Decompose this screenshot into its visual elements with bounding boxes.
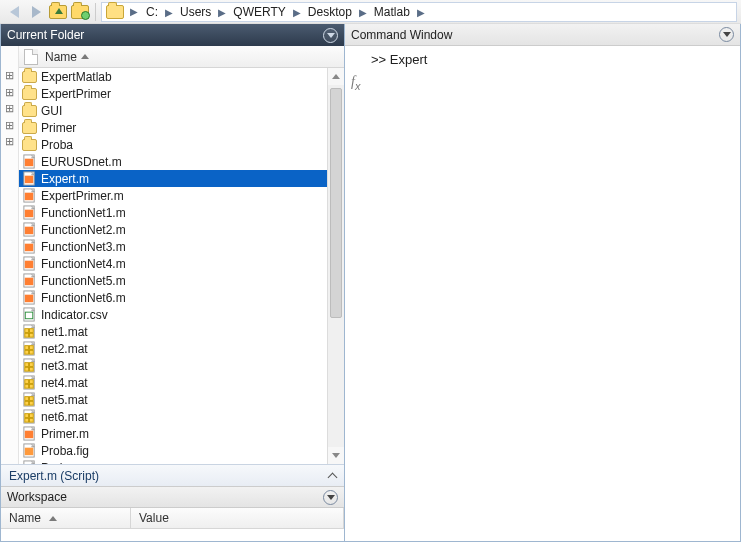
breadcrumb-segment[interactable]: Users [176,5,215,19]
chevron-right-icon[interactable]: ▶ [356,7,370,18]
breadcrumb-segment[interactable]: Desktop [304,5,356,19]
file-row[interactable]: Expert.m [19,170,344,187]
browse-folder-button[interactable] [70,2,90,22]
folder-row[interactable]: Proba [19,136,344,153]
scrollbar-thumb[interactable] [330,88,342,318]
folder-row[interactable]: GUI [19,102,344,119]
workspace-titlebar[interactable]: Workspace [1,486,344,508]
chevron-right-icon[interactable]: ▶ [414,7,428,18]
breadcrumb-segment[interactable]: QWERTY [229,5,289,19]
breadcrumb-segment[interactable]: C: [142,5,162,19]
folder-row[interactable]: ExpertMatlab [19,68,344,85]
breadcrumb-segment[interactable]: Matlab [370,5,414,19]
nav-back-button[interactable] [4,2,24,22]
item-label: net5.mat [41,393,88,407]
file-row[interactable]: FunctionNet4.m [19,255,344,272]
chevron-right-icon[interactable]: ▶ [215,7,229,18]
workspace-body: Name Value [1,508,344,541]
file-row[interactable]: FunctionNet3.m [19,238,344,255]
folder-icon [22,71,37,83]
m-file-icon [22,188,37,203]
folder-row[interactable]: Primer [19,119,344,136]
file-row[interactable]: net3.mat [19,357,344,374]
right-column: Command Window >> Expert fx [345,24,741,542]
svg-rect-15 [25,278,33,286]
current-folder-titlebar[interactable]: Current Folder [1,24,344,46]
chevron-right-icon[interactable]: ▶ [127,6,141,17]
nav-forward-button[interactable] [26,2,46,22]
chevron-up-icon[interactable] [328,472,338,482]
file-row[interactable]: net1.mat [19,323,344,340]
svg-rect-38 [30,380,34,384]
command-window-body[interactable]: >> Expert fx [345,46,740,541]
file-row[interactable]: FunctionNet1.m [19,204,344,221]
arrow-left-icon [10,6,19,18]
item-label: ExpertMatlab [41,70,112,84]
sort-ascending-icon [49,516,57,521]
m-file-icon [22,426,37,441]
svg-rect-42 [25,397,29,401]
svg-rect-27 [25,346,29,350]
command-window-title: Command Window [351,28,452,42]
file-row[interactable]: Proba.m [19,459,344,464]
file-row[interactable]: Proba.fig [19,442,344,459]
vertical-scrollbar[interactable] [327,68,344,464]
command-window-titlebar[interactable]: Command Window [345,24,740,46]
folder-row[interactable]: ExpertPrimer [19,85,344,102]
m-file-icon [22,205,37,220]
expand-button[interactable]: ⊞ [1,117,18,134]
svg-rect-48 [30,414,34,418]
file-row[interactable]: EURUSDnet.m [19,153,344,170]
prompt-prefix: >> [371,52,386,67]
scroll-down-button[interactable] [328,447,344,464]
svg-rect-35 [30,367,34,371]
file-row[interactable]: net5.mat [19,391,344,408]
workspace-value-column[interactable]: Value [131,508,344,528]
svg-rect-52 [25,431,33,439]
svg-rect-30 [30,350,34,354]
chevron-right-icon[interactable]: ▶ [162,7,176,18]
svg-rect-23 [30,329,34,333]
svg-rect-20 [26,313,33,319]
panel-menu-button[interactable] [323,490,338,505]
file-row[interactable]: net2.mat [19,340,344,357]
file-row[interactable]: FunctionNet5.m [19,272,344,289]
file-row[interactable]: Primer.m [19,425,344,442]
svg-rect-1 [25,159,33,167]
file-row[interactable]: net4.mat [19,374,344,391]
triangle-up-icon [332,74,340,79]
svg-rect-32 [25,363,29,367]
breadcrumb-bar[interactable]: ▶ C:▶Users▶QWERTY▶Desktop▶Matlab▶ [101,2,737,22]
expand-button[interactable]: ⊞ [1,100,18,117]
file-row[interactable]: FunctionNet2.m [19,221,344,238]
chevron-right-icon[interactable]: ▶ [290,7,304,18]
triangle-down-icon [332,453,340,458]
expand-button[interactable]: ⊞ [1,134,18,151]
csv-file-icon [22,307,37,322]
file-row[interactable]: ExpertPrimer.m [19,187,344,204]
expand-button[interactable]: ⊞ [1,67,18,84]
workspace-title: Workspace [7,490,67,504]
current-folder-body: ⊞⊞⊞⊞⊞ Name ExpertMatlabExpertPrimerGUIPr… [1,46,344,464]
expand-button[interactable]: ⊞ [1,84,18,101]
file-row[interactable]: net6.mat [19,408,344,425]
folder-up-button[interactable] [48,2,68,22]
svg-rect-49 [25,418,29,422]
folder-icon [22,139,37,151]
svg-rect-37 [25,380,29,384]
file-row[interactable]: Indicator.csv [19,306,344,323]
name-column-header[interactable]: Name [43,50,77,64]
svg-rect-45 [30,401,34,405]
workspace-name-column[interactable]: Name [1,508,131,528]
panel-menu-button[interactable] [719,27,734,42]
file-row[interactable]: FunctionNet6.m [19,289,344,306]
file-list-header[interactable]: Name [19,46,344,68]
scroll-up-button[interactable] [328,68,344,85]
file-details-strip[interactable]: Expert.m (Script) [1,464,344,486]
svg-rect-39 [25,384,29,388]
item-label: Proba.fig [41,444,89,458]
command-input-text[interactable]: Expert [390,52,428,67]
svg-rect-50 [30,418,34,422]
panel-menu-button[interactable] [323,28,338,43]
fx-icon[interactable]: fx [351,74,360,92]
